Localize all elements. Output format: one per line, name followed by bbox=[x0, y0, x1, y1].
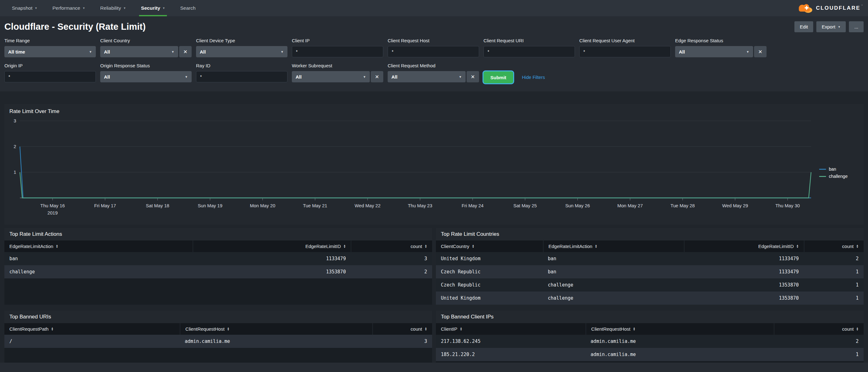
table-cell: 1133479 bbox=[684, 252, 804, 265]
client-request-method-select[interactable]: All ▼ bbox=[388, 71, 466, 82]
column-header-edgeratelimitaction[interactable]: EdgeRateLimitAction▲▼ bbox=[4, 241, 193, 252]
ray-id-input[interactable] bbox=[196, 71, 287, 82]
table-cell: United Kingdom bbox=[436, 291, 543, 305]
hide-filters-link[interactable]: Hide Filters bbox=[522, 75, 545, 80]
svg-text:3: 3 bbox=[13, 118, 16, 123]
chart-legend: ban challenge bbox=[815, 166, 859, 217]
table-cell: Czech Republic bbox=[436, 278, 543, 291]
origin-ip-input[interactable] bbox=[4, 71, 96, 82]
clear-filter-button[interactable]: ✕ bbox=[371, 71, 383, 82]
worker-subrequest-select[interactable]: All ▼ bbox=[292, 71, 370, 82]
filter-client-request-user-agent: Client Request User Agent bbox=[579, 38, 671, 57]
column-header-count[interactable]: count▲▼ bbox=[804, 241, 864, 252]
client-country-select[interactable]: All ▼ bbox=[100, 46, 178, 57]
svg-text:Sat May 25: Sat May 25 bbox=[514, 203, 537, 208]
top-nav: Snapshot ▼ Performance ▼ Reliability ▼ S… bbox=[0, 0, 868, 16]
table-cell: 1353870 bbox=[684, 291, 804, 305]
table-empty-area bbox=[4, 278, 432, 305]
svg-text:Fri May 24: Fri May 24 bbox=[462, 203, 484, 208]
column-header-edgeratelimitaction[interactable]: EdgeRateLimitAction▲▼ bbox=[543, 241, 684, 252]
table-cell: challenge bbox=[543, 278, 684, 291]
client-device-type-select[interactable]: All ▼ bbox=[196, 46, 287, 57]
table-header: ClientCountry▲▼EdgeRateLimitAction▲▼Edge… bbox=[436, 241, 864, 252]
table-cell: 3 bbox=[351, 252, 432, 265]
chevron-down-icon: ▼ bbox=[185, 75, 188, 79]
clear-filter-button[interactable]: ✕ bbox=[467, 71, 479, 82]
chevron-down-icon: ▼ bbox=[838, 25, 841, 29]
table-cell: 1133479 bbox=[193, 252, 351, 265]
clear-filter-button[interactable]: ✕ bbox=[179, 46, 192, 57]
filter-label: Client Request Host bbox=[388, 38, 479, 43]
close-icon: ✕ bbox=[375, 74, 379, 80]
export-button[interactable]: Export ▼ bbox=[816, 21, 846, 32]
legend-swatch-ban bbox=[819, 169, 826, 170]
table-cell: 3 bbox=[372, 335, 432, 348]
brand-mark: ’ bbox=[862, 4, 862, 8]
client-request-host-input[interactable] bbox=[388, 46, 479, 57]
table-cell: 2 bbox=[351, 265, 432, 278]
table-cell: ban bbox=[4, 252, 193, 265]
nav-item-snapshot[interactable]: Snapshot ▼ bbox=[4, 0, 45, 16]
client-request-uri-input[interactable] bbox=[484, 46, 575, 57]
nav-item-security[interactable]: Security ▼ bbox=[133, 0, 173, 16]
client-request-user-agent-input[interactable] bbox=[579, 46, 671, 57]
filter-actions: Submit Hide Filters bbox=[484, 63, 671, 83]
svg-text:Thu May 30: Thu May 30 bbox=[775, 203, 800, 208]
filter-time-range: Time Range All time ▼ bbox=[4, 38, 96, 57]
column-header-clientrequestpath[interactable]: ClientRequestPath▲▼ bbox=[4, 323, 180, 335]
table-title: Top Banned URIs bbox=[4, 311, 432, 323]
column-header-edgeratelimitid[interactable]: EdgeRateLimitID▲▼ bbox=[684, 241, 804, 252]
column-header-clientrequesthost[interactable]: ClientRequestHost▲▼ bbox=[180, 323, 372, 335]
legend-item-ban[interactable]: ban bbox=[819, 166, 859, 172]
table-panel-top-banned-uris: Top Banned URIs ClientRequestPath▲▼Clien… bbox=[4, 311, 432, 363]
svg-text:Wed May 22: Wed May 22 bbox=[355, 203, 381, 208]
sort-icon: ▲▼ bbox=[425, 245, 427, 248]
filter-label: Client IP bbox=[292, 38, 383, 43]
table-cell: 1 bbox=[804, 291, 864, 305]
cloudflare-logo: CLOUDFLARE ’ bbox=[796, 0, 868, 16]
legend-item-challenge[interactable]: challenge bbox=[819, 174, 859, 179]
edge-response-status-select[interactable]: All ▼ bbox=[675, 46, 753, 57]
column-header-count[interactable]: count▲▼ bbox=[351, 241, 432, 252]
edit-button[interactable]: Edit bbox=[795, 21, 813, 32]
table-cell: challenge bbox=[543, 291, 684, 305]
column-header-count[interactable]: count▲▼ bbox=[774, 323, 864, 335]
more-button[interactable]: ... bbox=[849, 21, 864, 32]
chevron-down-icon: ▼ bbox=[171, 50, 175, 54]
filter-label: Client Country bbox=[100, 38, 192, 43]
nav-item-reliability[interactable]: Reliability ▼ bbox=[93, 0, 133, 16]
clear-filter-button[interactable]: ✕ bbox=[754, 46, 767, 57]
table-row: 185.21.220.2admin.camilia.me1 bbox=[436, 348, 864, 361]
origin-response-status-select[interactable]: All ▼ bbox=[100, 71, 192, 82]
chevron-down-icon: ▼ bbox=[363, 75, 366, 79]
svg-text:Thu May 23: Thu May 23 bbox=[408, 203, 432, 208]
svg-text:Wed May 29: Wed May 29 bbox=[722, 203, 748, 208]
column-header-clientrequesthost[interactable]: ClientRequestHost▲▼ bbox=[586, 323, 774, 335]
column-header-clientip[interactable]: ClientIP▲▼ bbox=[436, 323, 586, 335]
filter-client-request-method: Client Request Method All ▼ ✕ bbox=[388, 63, 479, 83]
client-ip-input[interactable] bbox=[292, 46, 383, 57]
table-body: 217.138.62.245admin.camilia.me2185.21.22… bbox=[436, 335, 864, 361]
svg-text:Sat May 18: Sat May 18 bbox=[146, 203, 169, 208]
sort-icon: ▲▼ bbox=[595, 245, 597, 248]
chevron-down-icon: ▼ bbox=[82, 7, 85, 10]
filter-ray-id: Ray ID bbox=[196, 63, 287, 83]
sort-icon: ▲▼ bbox=[856, 245, 859, 248]
sort-icon: ▲▼ bbox=[460, 327, 463, 331]
table-cell: 2 bbox=[774, 335, 864, 348]
nav-item-performance[interactable]: Performance ▼ bbox=[45, 0, 93, 16]
column-header-clientcountry[interactable]: ClientCountry▲▼ bbox=[436, 241, 543, 252]
legend-swatch-challenge bbox=[819, 176, 826, 177]
filter-label: Origin Response Status bbox=[100, 63, 192, 68]
time-range-select[interactable]: All time ▼ bbox=[4, 46, 96, 57]
table-cell: ban bbox=[543, 252, 684, 265]
submit-button[interactable]: Submit bbox=[484, 71, 513, 83]
column-header-edgeratelimitid[interactable]: EdgeRateLimitID▲▼ bbox=[193, 241, 351, 252]
table-row: 217.138.62.245admin.camilia.me2 bbox=[436, 335, 864, 348]
filter-label: Client Request URI bbox=[484, 38, 575, 43]
column-header-count[interactable]: count▲▼ bbox=[372, 323, 432, 335]
nav-item-search[interactable]: Search bbox=[173, 0, 203, 16]
filter-edge-response-status: Edge Response Status All ▼ ✕ bbox=[675, 38, 767, 57]
table-body: ban11334793challenge13538702 bbox=[4, 252, 432, 278]
chart-title: Rate Limit Over Time bbox=[9, 108, 859, 115]
